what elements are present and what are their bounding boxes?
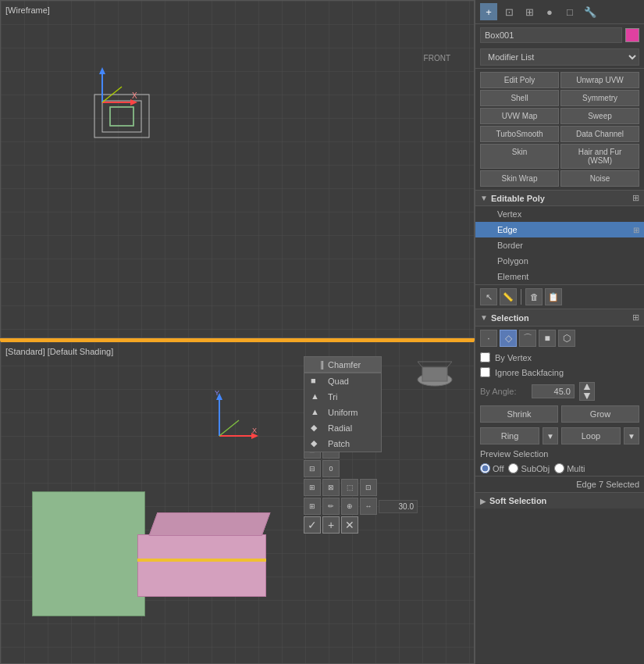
toolbar-btn-move2[interactable]: ⊕ (341, 498, 358, 515)
sel-icon-arc[interactable]: ⌒ (519, 330, 536, 347)
mod-unwrap-uvw[interactable]: Unwrap UVW (560, 72, 639, 88)
soft-sel-arrow: ▶ (480, 497, 486, 505)
mod-noise[interactable]: Noise (560, 170, 639, 187)
toolbar-btn-7[interactable]: ⊟ (304, 460, 321, 477)
sub-item-polygon[interactable]: Polygon (475, 253, 644, 269)
icon-wrench[interactable]: 🔧 (582, 3, 599, 20)
icon-add[interactable]: + (480, 3, 497, 20)
mod-edit-poly[interactable]: Edit Poly (480, 72, 559, 88)
ring-dropdown[interactable]: ▼ (543, 427, 558, 444)
selection-section: ▼ Selection ⊞ · ◇ ⌒ ■ ⬡ By Vertex Ignore… (475, 309, 644, 492)
chamfer-label[interactable]: ‖ Chamfer (304, 356, 382, 373)
gizmo-top: X (79, 63, 141, 126)
chamfer-popup: ‖ Chamfer ■ Quad ▲ Tri ▲ Uniform (304, 356, 382, 452)
mod-sweep[interactable]: Sweep (560, 108, 639, 124)
toolbar-row-edit: ⊞ ✏ ⊕ ↔ 30.0 (304, 498, 418, 515)
toolbar-btn-pencil[interactable]: ✏ (322, 498, 340, 515)
gizmo-bottom: X Y (196, 389, 258, 452)
sel-icon-hex[interactable]: ⬡ (558, 330, 575, 347)
object-name-input[interactable] (480, 27, 622, 43)
loop-dropdown[interactable]: ▼ (624, 427, 639, 444)
toolbar-btn-grid2[interactable]: ⊠ (322, 479, 340, 496)
chamfer-radial[interactable]: ◆ Radial (304, 420, 381, 436)
mod-uvw-map[interactable]: UVW Map (480, 108, 559, 124)
modifier-list-dropdown[interactable]: Modifier List (480, 48, 639, 66)
sel-icon-dot[interactable]: · (480, 330, 497, 347)
loop-button[interactable]: Loop (561, 427, 621, 444)
poly-collapse-arrow: ▼ (480, 194, 488, 202)
sub-item-edge[interactable]: Edge ⊞ (475, 222, 644, 237)
poly-settings-icon[interactable]: ⊞ (632, 193, 639, 203)
radio-off-label: Off (493, 464, 503, 473)
tool-icon-trash[interactable]: 🗑 (525, 288, 543, 305)
toolbar-btn-8[interactable]: 0 (322, 460, 340, 477)
radio-multi[interactable]: Multi (554, 463, 585, 473)
svg-marker-5 (99, 67, 105, 74)
chamfer-menu: ■ Quad ▲ Tri ▲ Uniform ◆ Radial (304, 373, 382, 452)
toolbar-row-5: ⊟ 0 (304, 460, 418, 477)
chamfer-tri[interactable]: ▲ Tri (304, 389, 381, 405)
toolbar-btn-edit1[interactable]: ⊞ (304, 498, 321, 515)
ring-button[interactable]: Ring (480, 427, 539, 444)
by-vertex-row: By Vertex (475, 350, 644, 365)
object-name-row (475, 24, 644, 46)
viewport-bottom[interactable]: [Standard] [Default Shading] (0, 341, 475, 664)
mod-symmetry[interactable]: Symmetry (560, 90, 639, 106)
editable-poly-header[interactable]: ▼ Editable Poly ⊞ (475, 191, 644, 206)
toolbar-btn-copy[interactable]: ↔ (360, 498, 377, 515)
mod-data-channel[interactable]: Data Channel (560, 126, 639, 142)
chamfer-patch[interactable]: ◆ Patch (304, 436, 381, 452)
svg-line-12 (418, 362, 422, 367)
chamfer-uniform[interactable]: ▲ Uniform (304, 405, 381, 420)
sel-icon-poly[interactable]: ■ (539, 330, 556, 347)
icon-sphere[interactable]: ● (541, 3, 558, 20)
angle-spinner[interactable]: ⯅⯆ (579, 382, 595, 401)
radio-subobj[interactable]: SubObj (508, 463, 550, 473)
mod-skin[interactable]: Skin (480, 144, 559, 169)
shrink-button[interactable]: Shrink (480, 405, 558, 423)
sub-item-vertex[interactable]: Vertex (475, 206, 644, 222)
icon-object[interactable]: ⊡ (500, 3, 518, 20)
icon-box[interactable]: □ (561, 3, 578, 20)
quad-label: Quad (328, 377, 349, 386)
by-vertex-checkbox[interactable] (480, 352, 490, 362)
ignore-backfacing-checkbox[interactable] (480, 367, 490, 377)
edge-selected-label: Edge 7 Selected (576, 480, 639, 489)
viewport-top[interactable]: [Wireframe] FRONT (0, 0, 475, 338)
tool-icon-ruler[interactable]: 📏 (500, 288, 517, 305)
by-vertex-label: By Vertex (495, 353, 532, 362)
chamfer-quad[interactable]: ■ Quad (304, 373, 381, 389)
soft-selection-header[interactable]: ▶ Soft Selection (475, 492, 644, 509)
by-angle-input[interactable] (532, 384, 575, 398)
preview-selection-label: Preview Selection (480, 449, 548, 459)
by-angle-label: By Angle: (480, 387, 527, 396)
icon-modifier[interactable]: ⊞ (521, 3, 538, 20)
radial-icon: ◆ (311, 423, 322, 434)
mod-skin-wrap[interactable]: Skin Wrap (480, 170, 559, 187)
mod-hair-fur[interactable]: Hair and Fur (WSM) (560, 144, 639, 169)
selection-settings-icon[interactable]: ⊞ (632, 312, 639, 323)
grow-button[interactable]: Grow (561, 405, 639, 423)
border-label: Border (497, 241, 523, 250)
toolbar-btn-grid1[interactable]: ⊞ (304, 479, 321, 496)
uniform-icon: ▲ (311, 407, 322, 418)
toolbar-value-input[interactable]: 30.0 (379, 500, 418, 513)
sel-icon-edge[interactable]: ◇ (500, 330, 517, 347)
tool-icon-clipboard[interactable]: 📋 (545, 288, 562, 305)
toolbar-row-grid: ⊞ ⊠ ⬚ ⊡ (304, 479, 418, 496)
sub-item-element[interactable]: Element (475, 269, 644, 284)
cancel-button[interactable]: ✕ (341, 516, 358, 534)
object-color-swatch[interactable] (625, 28, 639, 42)
tool-icon-cursor[interactable]: ↖ (480, 288, 497, 305)
toolbar-btn-grid3[interactable]: ⬚ (341, 479, 358, 496)
mod-shell[interactable]: Shell (480, 90, 559, 106)
confirm-button[interactable]: ✓ (304, 516, 321, 534)
add-button[interactable]: + (322, 516, 340, 534)
sub-item-border[interactable]: Border (475, 237, 644, 253)
toolbar-btn-grid4[interactable]: ⊡ (360, 479, 377, 496)
selection-header[interactable]: ▼ Selection ⊞ (475, 309, 644, 327)
selection-label: Selection (491, 313, 632, 323)
mod-turbosmooth[interactable]: TurboSmooth (480, 126, 559, 142)
radio-off[interactable]: Off (480, 463, 503, 473)
pink-box-top (149, 512, 271, 536)
